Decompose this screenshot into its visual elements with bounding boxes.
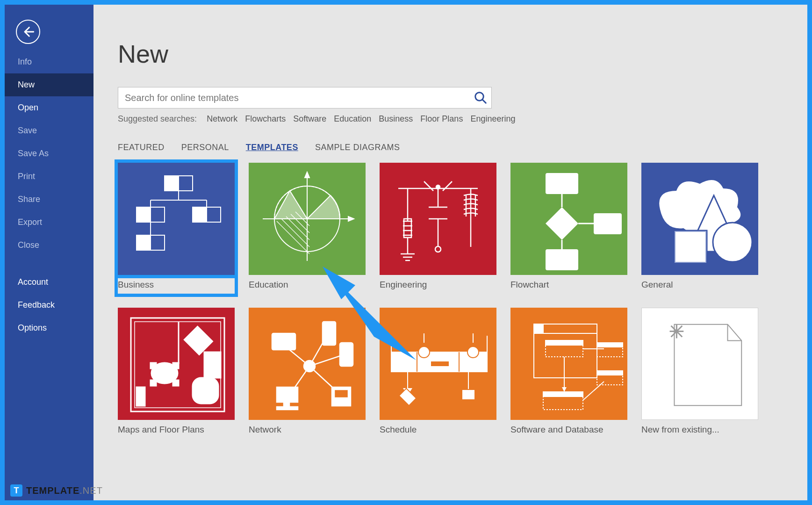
floorplan-icon <box>118 308 235 420</box>
template-label: Schedule <box>380 425 496 435</box>
nav-item-save-as[interactable]: Save As <box>5 142 93 165</box>
template-label: Education <box>249 280 366 290</box>
template-tile-new-from-existing-[interactable]: New from existing... <box>641 308 758 435</box>
nav-item-save[interactable]: Save <box>5 119 93 142</box>
nav-item-account[interactable]: Account <box>5 271 93 294</box>
suggested-link[interactable]: Education <box>334 114 371 123</box>
nav-item-export[interactable]: Export <box>5 211 93 234</box>
template-label: Flowchart <box>510 280 627 290</box>
suggested-link[interactable]: Engineering <box>470 114 515 123</box>
schedule-icon <box>380 308 496 420</box>
template-tile-business[interactable]: Business <box>118 163 235 294</box>
newfile-icon <box>641 308 758 420</box>
template-tile-flowchart[interactable]: Flowchart <box>510 163 627 294</box>
nav-item-options[interactable]: Options <box>5 317 93 339</box>
template-label: Business <box>118 280 235 290</box>
network-icon <box>249 308 366 420</box>
nav-item-info[interactable]: Info <box>5 50 93 73</box>
template-label: General <box>641 280 758 290</box>
main-area: New Suggested searches: NetworkFlowchart… <box>93 5 807 500</box>
back-button[interactable] <box>16 20 40 44</box>
watermark: T TEMPLATE.NET <box>10 484 103 497</box>
suggested-link[interactable]: Software <box>293 114 326 123</box>
template-tile-engineering[interactable]: Engineering <box>380 163 496 294</box>
suggested-link[interactable]: Business <box>379 114 413 123</box>
template-label: Software and Database <box>510 425 627 435</box>
nav-item-close[interactable]: Close <box>5 234 93 257</box>
category-tabs: FEATUREDPERSONALTEMPLATESSAMPLE DIAGRAMS <box>118 143 796 152</box>
template-tile-schedule[interactable]: Schedule <box>380 308 496 435</box>
template-grid: BusinessEducationEngineeringFlowchartGen… <box>118 163 796 435</box>
education-icon <box>249 163 366 275</box>
suggested-link[interactable]: Floor Plans <box>420 114 463 123</box>
backstage-sidebar: InfoNewOpenSaveSave AsPrintShareExportCl… <box>5 5 93 500</box>
search-input[interactable] <box>125 93 474 103</box>
nav-item-open[interactable]: Open <box>5 96 93 119</box>
nav-item-new[interactable]: New <box>5 73 93 96</box>
suggested-link[interactable]: Flowcharts <box>245 114 286 123</box>
template-label: Network <box>249 425 366 435</box>
nav-item-feedback[interactable]: Feedback <box>5 294 93 317</box>
watermark-badge: T <box>10 484 22 497</box>
search-icon[interactable] <box>474 91 488 105</box>
template-tile-maps-and-floor-plans[interactable]: Maps and Floor Plans <box>118 308 235 435</box>
engineering-icon <box>380 163 496 275</box>
template-label: Maps and Floor Plans <box>118 425 235 435</box>
suggested-label: Suggested searches: <box>118 114 197 123</box>
template-tile-general[interactable]: General <box>641 163 758 294</box>
tab-featured[interactable]: FEATURED <box>118 143 165 152</box>
suggested-searches: Suggested searches: NetworkFlowchartsSof… <box>118 114 796 124</box>
search-box[interactable] <box>118 87 492 108</box>
nav-item-share[interactable]: Share <box>5 188 93 211</box>
template-label: Engineering <box>380 280 496 290</box>
template-tile-software-and-database[interactable]: Software and Database <box>510 308 627 435</box>
tab-personal[interactable]: PERSONAL <box>181 143 229 152</box>
template-tile-education[interactable]: Education <box>249 163 366 294</box>
general-icon <box>641 163 758 275</box>
suggested-link[interactable]: Network <box>207 114 237 123</box>
flowchart-icon <box>510 163 627 275</box>
svg-line-1 <box>482 100 486 103</box>
tab-sample-diagrams[interactable]: SAMPLE DIAGRAMS <box>315 143 400 152</box>
template-label: New from existing... <box>641 425 758 435</box>
template-tile-network[interactable]: Network <box>249 308 366 435</box>
database-icon <box>510 308 627 420</box>
page-title: New <box>118 39 796 68</box>
nav-item-print[interactable]: Print <box>5 165 93 188</box>
watermark-text: TEMPLATE.NET <box>26 485 103 496</box>
business-icon <box>118 163 235 275</box>
arrow-left-icon <box>22 25 35 38</box>
tab-templates[interactable]: TEMPLATES <box>246 143 298 152</box>
